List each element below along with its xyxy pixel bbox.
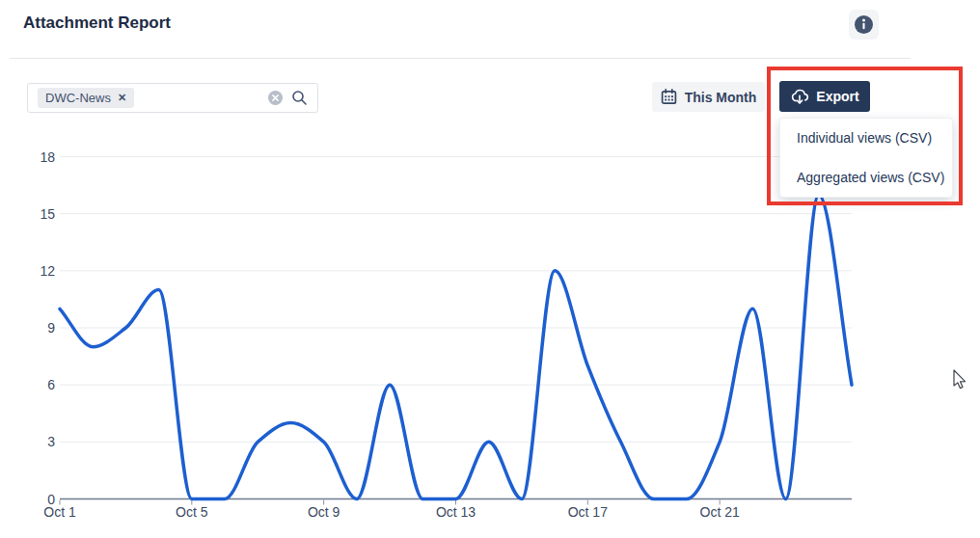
info-icon — [855, 15, 873, 34]
export-label: Export — [816, 89, 858, 104]
info-button[interactable] — [849, 10, 879, 40]
svg-text:Oct 9: Oct 9 — [308, 504, 340, 520]
header-divider — [10, 58, 911, 59]
mouse-cursor — [953, 369, 968, 390]
search-icon — [291, 90, 308, 106]
svg-text:6: 6 — [47, 377, 55, 392]
svg-text:0: 0 — [47, 492, 55, 507]
calendar-icon — [661, 89, 677, 105]
svg-text:9: 9 — [47, 320, 55, 336]
svg-text:18: 18 — [40, 149, 55, 165]
svg-text:12: 12 — [40, 263, 55, 279]
svg-text:Oct 1: Oct 1 — [43, 504, 76, 520]
filter-tag: DWC-News ✕ — [38, 88, 134, 108]
filter-tag-label: DWC-News — [45, 91, 111, 105]
cloud-download-icon — [790, 88, 809, 105]
space-filter-input[interactable]: DWC-News ✕ — [27, 83, 318, 113]
svg-text:Oct 17: Oct 17 — [568, 504, 608, 520]
svg-text:Oct 21: Oct 21 — [700, 504, 740, 520]
menu-item-individual-views[interactable]: Individual views (CSV) — [780, 119, 952, 158]
svg-text:3: 3 — [47, 434, 55, 449]
date-range-button[interactable]: This Month — [652, 82, 765, 112]
clear-input-icon[interactable] — [268, 91, 283, 105]
export-dropdown-menu: Individual views (CSV) Aggregated views … — [779, 118, 953, 198]
svg-text:Oct 13: Oct 13 — [436, 504, 476, 520]
svg-text:Oct 5: Oct 5 — [176, 504, 208, 520]
remove-tag-icon[interactable]: ✕ — [118, 93, 126, 103]
export-button[interactable]: Export — [779, 81, 870, 112]
page-title: Attachment Report — [23, 13, 171, 33]
svg-text:15: 15 — [40, 206, 55, 222]
date-range-label: This Month — [685, 90, 757, 105]
menu-item-aggregated-views[interactable]: Aggregated views (CSV) — [780, 158, 952, 198]
